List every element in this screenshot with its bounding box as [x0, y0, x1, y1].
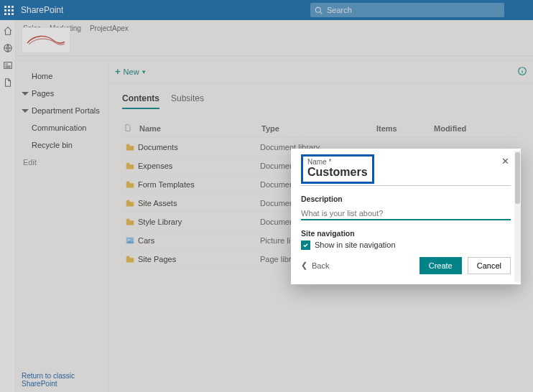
library-icon — [122, 217, 138, 227]
crumb-projectapex[interactable]: ProjectApex — [90, 24, 129, 32]
site-logo — [22, 27, 70, 53]
row-name[interactable]: Expenses — [138, 162, 260, 170]
svg-rect-17 — [127, 256, 130, 257]
command-bar-right[interactable] — [517, 66, 527, 78]
name-label: Name * — [307, 158, 368, 166]
back-button[interactable]: ❮ Back — [301, 261, 329, 270]
site-header: Sales Marketing ProjectApex — [16, 20, 533, 56]
svg-rect-10 — [127, 144, 130, 145]
suite-header: SharePoint Search — [0, 0, 533, 20]
site-nav-label: Site navigation — [301, 229, 511, 238]
svg-line-1 — [320, 11, 323, 14]
checkbox-checked-icon — [301, 241, 310, 250]
description-label: Description — [301, 195, 511, 203]
news-icon[interactable] — [3, 60, 13, 70]
search-box[interactable]: Search — [310, 3, 504, 17]
brand-label: SharePoint — [21, 5, 63, 15]
column-name[interactable]: Name — [138, 124, 260, 133]
close-icon[interactable]: ✕ — [501, 156, 509, 167]
search-placeholder: Search — [327, 6, 352, 14]
app-launcher-icon[interactable] — [4, 6, 14, 15]
column-type[interactable]: Type — [260, 124, 375, 133]
chevron-left-icon: ❮ — [301, 261, 307, 270]
row-name[interactable]: Cars — [138, 236, 260, 245]
row-name[interactable]: Site Assets — [138, 199, 260, 207]
back-label: Back — [312, 261, 329, 270]
command-bar: + New ▾ — [109, 60, 533, 83]
home-icon[interactable] — [3, 26, 13, 36]
show-in-nav-checkbox[interactable]: Show in site navigation — [301, 241, 511, 250]
description-input[interactable] — [301, 206, 511, 220]
nav-communication[interactable]: Communication — [22, 119, 103, 136]
nav-pages[interactable]: Pages — [22, 85, 103, 102]
cancel-button[interactable]: Cancel — [468, 257, 511, 274]
pivot-tabs: Contents Subsites — [109, 83, 533, 109]
search-icon — [315, 6, 323, 14]
column-select[interactable] — [122, 123, 138, 134]
library-icon — [122, 198, 138, 208]
create-button[interactable]: Create — [420, 257, 462, 274]
page-library-icon — [122, 254, 138, 264]
dialog-scrollbar[interactable] — [514, 151, 521, 282]
return-classic-link[interactable]: Return to classic SharePoint — [22, 372, 108, 388]
nav-recycle-bin[interactable]: Recycle bin — [22, 136, 103, 154]
svg-rect-13 — [127, 200, 130, 201]
svg-point-16 — [128, 239, 129, 241]
chevron-down-icon: ▾ — [142, 68, 146, 75]
globe-icon[interactable] — [3, 43, 13, 53]
new-label: New — [124, 67, 139, 76]
tab-subsites[interactable]: Subsites — [171, 93, 204, 109]
app-rail — [0, 20, 16, 392]
name-value[interactable]: Customers — [307, 166, 368, 179]
pictures-icon — [122, 235, 138, 246]
left-nav: Home Pages Department Portals Communicat… — [16, 60, 109, 392]
files-icon[interactable] — [3, 78, 13, 88]
column-items[interactable]: Items — [375, 124, 432, 133]
table-header: Name Type Items Modified — [122, 119, 520, 138]
plus-icon: + — [115, 66, 121, 77]
svg-rect-11 — [127, 162, 130, 164]
row-name[interactable]: Documents — [138, 143, 260, 151]
details-pane-icon[interactable] — [517, 66, 527, 76]
row-name[interactable]: Form Templates — [138, 180, 260, 189]
name-field-highlight: Name * Customers — [301, 154, 374, 184]
nav-department-portals[interactable]: Department Portals — [22, 102, 103, 119]
nav-edit[interactable]: Edit — [22, 158, 103, 167]
new-button[interactable]: + New ▾ — [115, 66, 146, 77]
library-icon — [122, 142, 138, 152]
column-modified[interactable]: Modified — [432, 124, 533, 133]
svg-rect-12 — [127, 181, 130, 182]
svg-point-0 — [315, 7, 320, 12]
row-name[interactable]: Style Library — [138, 218, 260, 226]
create-list-dialog: ✕ Name * Customers Description Site navi… — [291, 149, 521, 284]
tab-contents[interactable]: Contents — [122, 93, 159, 109]
svg-rect-14 — [127, 218, 130, 220]
row-name[interactable]: Site Pages — [138, 255, 260, 263]
library-icon — [122, 179, 138, 190]
library-icon — [122, 161, 138, 171]
show-in-nav-text: Show in site navigation — [315, 241, 396, 249]
nav-home[interactable]: Home — [22, 67, 103, 85]
